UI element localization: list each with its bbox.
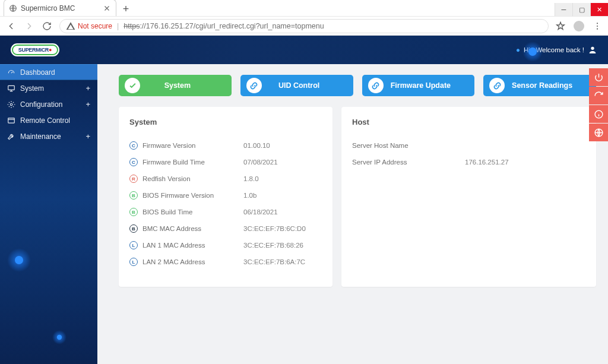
info-row: CFirmware Version01.00.10 bbox=[129, 137, 322, 154]
user-icon[interactable] bbox=[588, 45, 597, 55]
host-panel: Host Server Host NameServer IP Address17… bbox=[341, 107, 596, 287]
minimize-button[interactable]: ─ bbox=[555, 3, 572, 16]
browser-tab[interactable]: Supermicro BMC bbox=[4, 0, 116, 16]
window-controls: ─ ▢ ✕ bbox=[555, 3, 608, 16]
sidebar-item-system[interactable]: System+ bbox=[0, 80, 97, 96]
decorative-glow bbox=[522, 42, 543, 62]
info-value: 3C:EC:EF:7B:6A:7C bbox=[243, 258, 305, 265]
dashboard-cards: SystemUID ControlFirmware UpdateSensor R… bbox=[119, 75, 596, 96]
indicator-icon: R bbox=[129, 175, 138, 183]
expand-icon: + bbox=[86, 84, 90, 93]
power-button[interactable] bbox=[589, 68, 608, 86]
indicator-icon: B bbox=[129, 191, 138, 200]
sidebar-item-dashboard[interactable]: Dashboard bbox=[0, 64, 97, 80]
svg-point-4 bbox=[591, 47, 594, 50]
info-row: Server Host Name bbox=[352, 137, 585, 154]
language-button[interactable] bbox=[589, 124, 608, 141]
sidebar-item-remote-control[interactable]: Remote Control bbox=[0, 112, 97, 128]
card-sensor-readings[interactable]: Sensor Readings bbox=[483, 75, 596, 96]
svg-point-3 bbox=[597, 28, 598, 29]
card-label: Sensor Readings bbox=[507, 81, 590, 90]
svg-point-2 bbox=[597, 25, 598, 26]
svg-rect-5 bbox=[8, 86, 15, 90]
browser-addressbar: Not secure | https://176.16.251.27/cgi/u… bbox=[0, 17, 608, 36]
expand-icon: + bbox=[86, 132, 90, 141]
link-icon bbox=[246, 78, 262, 93]
indicator-icon: L bbox=[129, 241, 138, 249]
new-tab-button[interactable]: + bbox=[119, 2, 133, 16]
decorative-glow bbox=[7, 248, 31, 272]
sidebar-item-configuration[interactable]: Configuration+ bbox=[0, 96, 97, 112]
menu-icon[interactable] bbox=[593, 21, 602, 31]
browser-titlebar: Supermicro BMC + ─ ▢ ✕ bbox=[0, 0, 608, 17]
main-content: SystemUID ControlFirmware UpdateSensor R… bbox=[97, 64, 608, 364]
info-label: BIOS Firmware Version bbox=[142, 192, 243, 199]
separator: | bbox=[117, 22, 119, 30]
indicator-icon: C bbox=[129, 141, 138, 150]
info-label: Firmware Version bbox=[142, 142, 243, 149]
check-icon bbox=[125, 78, 140, 93]
info-label: Server Host Name bbox=[352, 142, 465, 149]
logo[interactable]: SUPERMICR● bbox=[11, 43, 59, 56]
indicator-icon: B bbox=[129, 224, 138, 233]
link-icon bbox=[368, 78, 384, 93]
info-row: BBIOS Build Time06/18/2021 bbox=[129, 204, 322, 220]
not-secure-label: Not secure bbox=[78, 22, 112, 30]
info-row: LLAN 1 MAC Address3C:EC:EF:7B:68:26 bbox=[129, 237, 322, 254]
system-panel: System CFirmware Version01.00.10CFirmwar… bbox=[119, 107, 332, 287]
info-label: BMC MAC Address bbox=[142, 225, 243, 232]
back-button[interactable] bbox=[6, 21, 17, 31]
close-icon[interactable] bbox=[103, 4, 111, 12]
tab-title: Supermicro BMC bbox=[21, 4, 75, 12]
panel-title: Host bbox=[352, 118, 585, 126]
card-firmware-update[interactable]: Firmware Update bbox=[362, 75, 475, 96]
info-row: RRedfish Version1.8.0 bbox=[129, 170, 322, 187]
sidebar-item-maintenance[interactable]: Maintenance+ bbox=[0, 128, 97, 144]
svg-rect-7 bbox=[8, 118, 15, 122]
info-value: 3C:EC:EF:7B:68:26 bbox=[243, 242, 303, 249]
reload-button[interactable] bbox=[42, 21, 52, 31]
info-label: BIOS Build Time bbox=[142, 208, 243, 216]
info-label: Redfish Version bbox=[142, 175, 243, 182]
card-uid-control[interactable]: UID Control bbox=[240, 75, 353, 96]
info-row: BBIOS Firmware Version1.0b bbox=[129, 187, 322, 204]
info-value: 3C:EC:EF:7B:6C:D0 bbox=[243, 225, 306, 232]
app-header: SUPERMICR● ● Hi ! Welcome back ! bbox=[0, 36, 608, 64]
refresh-button[interactable] bbox=[589, 87, 608, 105]
close-window-button[interactable]: ✕ bbox=[590, 3, 608, 16]
card-system[interactable]: System bbox=[119, 75, 232, 96]
sidebar-item-label: Maintenance bbox=[20, 132, 61, 141]
indicator-icon: L bbox=[129, 258, 138, 266]
info-label: LAN 2 MAC Address bbox=[142, 258, 243, 265]
expand-icon: + bbox=[86, 100, 90, 109]
sidebar: DashboardSystem+Configuration+Remote Con… bbox=[0, 64, 97, 364]
url-box[interactable]: Not secure | https://176.16.251.27/cgi/u… bbox=[59, 19, 549, 33]
maximize-button[interactable]: ▢ bbox=[572, 3, 590, 16]
info-value: 1.0b bbox=[243, 192, 256, 199]
info-value: 176.16.251.27 bbox=[465, 159, 509, 166]
info-row: CFirmware Build Time07/08/2021 bbox=[129, 154, 322, 170]
sidebar-item-label: Remote Control bbox=[20, 116, 70, 125]
card-label: Firmware Update bbox=[386, 81, 469, 90]
info-label: LAN 1 MAC Address bbox=[142, 242, 243, 249]
panel-title: System bbox=[129, 118, 322, 126]
page: SUPERMICR● ● Hi ! Welcome back ! Dashboa… bbox=[0, 36, 608, 364]
url-text: https://176.16.251.27/cgi/url_redirect.c… bbox=[124, 22, 324, 30]
info-row: Server IP Address176.16.251.27 bbox=[352, 154, 585, 170]
sidebar-item-label: Dashboard bbox=[20, 68, 55, 77]
info-row: BBMC MAC Address3C:EC:EF:7B:6C:D0 bbox=[129, 220, 322, 237]
forward-button[interactable] bbox=[24, 21, 34, 31]
star-icon[interactable] bbox=[556, 21, 565, 31]
info-value: 06/18/2021 bbox=[243, 208, 278, 216]
card-label: UID Control bbox=[264, 81, 347, 90]
floating-toolbar bbox=[589, 68, 608, 142]
link-icon bbox=[489, 78, 505, 93]
profile-avatar[interactable] bbox=[574, 21, 584, 31]
info-value: 1.8.0 bbox=[243, 175, 259, 182]
info-value: 01.00.10 bbox=[243, 142, 270, 149]
not-secure-badge: Not secure bbox=[66, 21, 112, 31]
sidebar-item-label: System bbox=[20, 84, 44, 93]
info-row: LLAN 2 MAC Address3C:EC:EF:7B:6A:7C bbox=[129, 254, 322, 270]
info-button[interactable] bbox=[589, 105, 608, 123]
indicator-icon: B bbox=[129, 208, 138, 216]
